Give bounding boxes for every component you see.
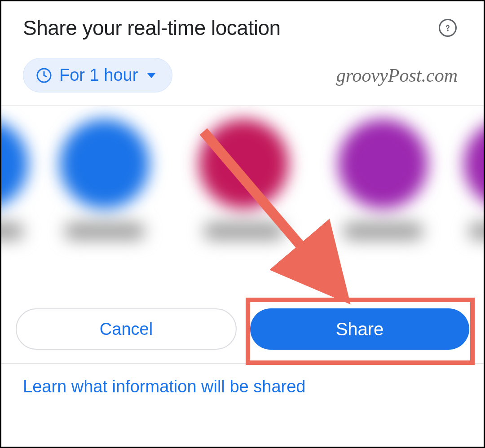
contact-item[interactable] [329,119,437,240]
contact-name-blurred [1,222,24,240]
avatar [199,119,289,209]
contact-name-blurred [343,222,423,240]
svg-point-0 [447,30,448,31]
info-row: Learn what information will be shared [1,363,484,410]
avatar [1,119,28,209]
avatar [338,119,428,209]
duration-label: For 1 hour [59,66,138,85]
contact-name-blurred [468,222,484,240]
contact-item[interactable] [455,119,484,240]
dialog-title: Share your real-time location [23,16,281,40]
avatar [464,119,484,209]
cancel-button[interactable]: Cancel [16,308,237,350]
watermark-text: groovyPost.com [336,65,458,86]
share-button[interactable]: Share [250,308,469,350]
avatar [60,119,150,209]
duration-chip[interactable]: For 1 hour [23,58,172,92]
contact-name-blurred [64,222,145,240]
help-icon[interactable] [439,19,457,37]
contacts-carousel[interactable] [1,105,484,292]
action-buttons-row: Cancel Share [1,292,484,363]
contact-item[interactable] [51,119,159,240]
dialog-header: Share your real-time location [1,1,484,49]
clock-icon [36,67,52,83]
contact-name-blurred [203,222,284,240]
learn-more-link[interactable]: Learn what information will be shared [23,377,305,396]
chevron-down-icon [147,73,156,78]
contact-item[interactable] [1,119,37,240]
duration-row: For 1 hour groovyPost.com [1,49,484,105]
contact-item[interactable] [190,119,298,240]
